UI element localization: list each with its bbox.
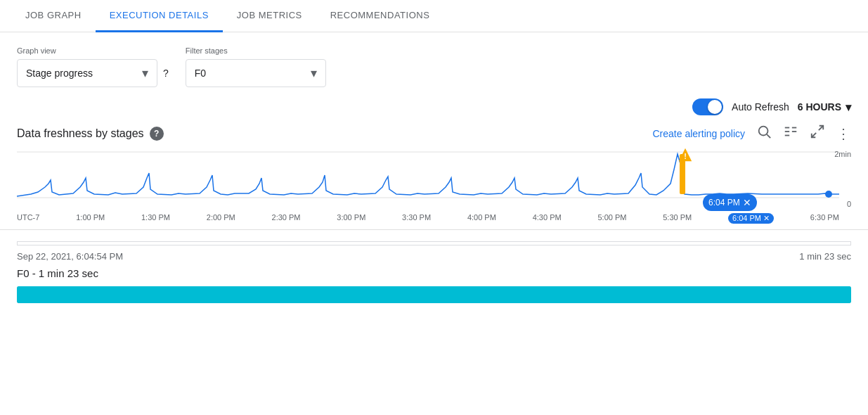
more-options-icon[interactable]: ⋮ (836, 125, 851, 142)
chart-container: 2min 0 ! 6:04 PM ✕ (17, 148, 851, 224)
auto-refresh-label: Auto Refresh (732, 101, 789, 113)
graph-view-dropdown[interactable]: Stage progress ▾ (17, 59, 157, 87)
x-label-330pm: 3:30 PM (402, 213, 431, 224)
timestamp-label: Sep 22, 2021, 6:04:54 PM (17, 251, 123, 262)
svg-point-12 (825, 191, 832, 198)
svg-line-8 (812, 133, 816, 137)
toggle-track (692, 98, 723, 115)
filter-stages-group: Filter stages F0 ▾ (186, 46, 326, 87)
auto-refresh-row: Auto Refresh 6 HOURS ▾ (0, 98, 868, 124)
x-label-2pm: 2:00 PM (207, 213, 235, 224)
create-alert-link[interactable]: Create alerting policy (652, 128, 745, 139)
x-label-430pm: 4:30 PM (533, 213, 562, 224)
timeline-bar (17, 241, 851, 245)
chart-section: Data freshness by stages ? Create alerti… (0, 124, 868, 224)
x-label-1pm: 1:00 PM (76, 213, 105, 224)
x-label-530pm: 5:30 PM (663, 213, 692, 224)
stage-label: F0 - 1 min 23 sec (17, 267, 851, 279)
tab-job-graph[interactable]: JOB GRAPH (11, 0, 96, 32)
progress-bar-container (17, 286, 851, 303)
filter-stages-label: Filter stages (186, 46, 326, 55)
warning-icon: ! (678, 147, 693, 165)
legend-icon[interactable] (783, 124, 798, 143)
svg-point-0 (759, 127, 768, 136)
tab-execution-details[interactable]: EXECUTION DETAILS (96, 0, 223, 32)
chart-x-axis: UTC-7 1:00 PM 1:30 PM 2:00 PM 2:30 PM 3:… (17, 212, 839, 224)
fullscreen-icon[interactable] (810, 124, 825, 143)
x-label-utc: UTC-7 (17, 213, 39, 224)
graph-view-help-icon[interactable]: ? (163, 68, 169, 79)
svg-line-1 (767, 134, 770, 138)
svg-text:!: ! (684, 152, 687, 160)
hours-value: 6 HOURS (798, 101, 841, 113)
selected-time-badge[interactable]: 6:04 PM ✕ (703, 194, 757, 211)
chart-line (17, 154, 839, 196)
search-icon[interactable] (756, 124, 772, 143)
x-label-604pm: 6:04 PM ✕ (728, 213, 774, 224)
controls-row: Graph view Stage progress ▾ ? Filter sta… (0, 32, 868, 98)
graph-view-group: Graph view Stage progress ▾ ? (17, 46, 169, 87)
filter-stages-value: F0 (195, 68, 206, 79)
duration-label: 1 min 23 sec (799, 251, 851, 262)
chart-actions: Create alerting policy ⋮ (652, 124, 851, 143)
x-label-230pm: 2:30 PM (272, 213, 301, 224)
y-min-label: 0 (847, 200, 851, 208)
svg-line-7 (819, 126, 823, 130)
x-label-630pm: 6:30 PM (810, 213, 839, 224)
bottom-panel: Sep 22, 2021, 6:04:54 PM 1 min 23 sec F0… (0, 229, 868, 303)
tab-recommendations[interactable]: RECOMMENDATIONS (316, 0, 444, 32)
graph-view-value: Stage progress (26, 68, 93, 79)
graph-view-arrow: ▾ (142, 65, 148, 81)
graph-view-label: Graph view (17, 46, 169, 55)
y-max-label: 2min (834, 150, 851, 158)
selected-time-container: 6:04 PM ✕ (703, 194, 757, 211)
filter-stages-dropdown[interactable]: F0 ▾ (186, 59, 326, 87)
timestamp-row: Sep 22, 2021, 6:04:54 PM 1 min 23 sec (17, 251, 851, 262)
toggle-switch[interactable] (692, 98, 723, 115)
x-label-4pm: 4:00 PM (467, 213, 496, 224)
progress-bar-fill (17, 286, 851, 303)
filter-stages-arrow: ▾ (311, 65, 317, 81)
x-label-3pm: 3:00 PM (337, 213, 365, 224)
selected-time-value: 6:04 PM (708, 198, 740, 208)
chart-header: Data freshness by stages ? Create alerti… (17, 124, 851, 143)
hours-arrow-icon: ▾ (846, 101, 851, 114)
hours-selector[interactable]: 6 HOURS ▾ (798, 101, 851, 114)
chart-help-icon[interactable]: ? (150, 127, 164, 141)
tab-job-metrics[interactable]: JOB METRICS (223, 0, 316, 32)
chart-title: Data freshness by stages (17, 127, 144, 140)
x-label-5pm: 5:00 PM (597, 213, 626, 224)
close-selected-time-icon[interactable]: ✕ (743, 197, 751, 208)
x-label-130pm: 1:30 PM (141, 213, 170, 224)
toggle-thumb (708, 100, 722, 114)
tab-bar: JOB GRAPH EXECUTION DETAILS JOB METRICS … (0, 0, 868, 32)
